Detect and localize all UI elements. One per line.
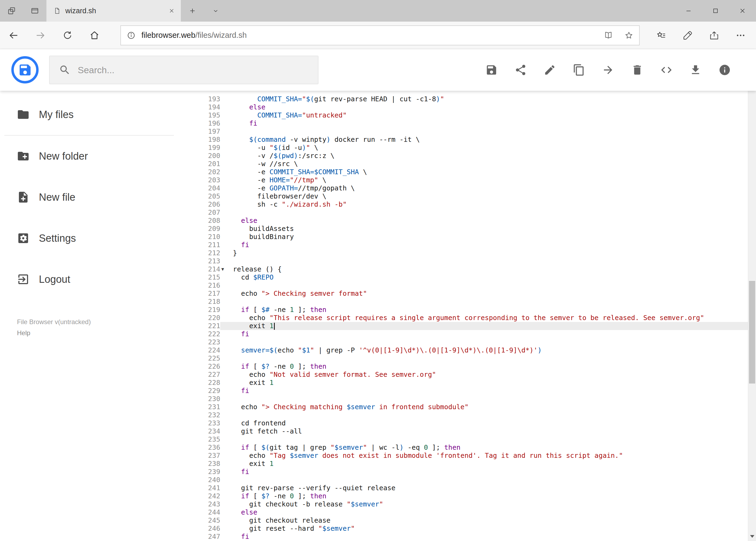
code-line[interactable]: 242 if [ $? -ne 0 ]; then	[200, 492, 748, 500]
code-line[interactable]: 245 git checkout release	[200, 516, 748, 525]
code-view-button[interactable]	[652, 49, 681, 91]
code-line[interactable]: 205 filebrowser/dev \	[200, 192, 748, 201]
more-button[interactable]	[727, 22, 754, 49]
sidebar-item-new-file[interactable]: New file	[0, 177, 200, 218]
page-scrollbar[interactable]	[748, 49, 756, 541]
forward-button[interactable]	[27, 22, 54, 49]
file-info-button[interactable]	[710, 49, 739, 91]
code-line[interactable]: 200 -v /$(pwd):/src:z \	[200, 152, 748, 160]
download-button[interactable]	[681, 49, 710, 91]
code-line[interactable]: 213	[200, 257, 748, 265]
code-line[interactable]: 223	[200, 338, 748, 346]
code-line[interactable]: 236 if [ $(git tag | grep "$semver" | wc…	[200, 443, 748, 452]
home-button[interactable]	[81, 22, 108, 49]
code-line[interactable]: 221 exit 1	[200, 322, 748, 330]
code-line[interactable]: 235	[200, 435, 748, 443]
close-window-button[interactable]	[729, 0, 756, 22]
code-line[interactable]: 241 git rev-parse --verify --quiet relea…	[200, 484, 748, 492]
minimize-button[interactable]	[675, 0, 702, 22]
reading-view-button[interactable]	[598, 26, 619, 45]
code-line[interactable]: 201 -w //src \	[200, 160, 748, 168]
code-line[interactable]: 206 sh -c "./wizard.sh -b"	[200, 201, 748, 209]
scrollbar-thumb[interactable]	[749, 281, 755, 383]
sidebar-item-my-files[interactable]: My files	[0, 94, 200, 135]
sidebar-item-logout[interactable]: Logout	[0, 259, 200, 300]
code-line[interactable]: 217 echo "> Checking semver format"	[200, 289, 748, 297]
code-line[interactable]: 225	[200, 354, 748, 362]
code-line[interactable]: 207	[200, 209, 748, 217]
code-line[interactable]: 230	[200, 395, 748, 403]
tab-list-button[interactable]	[204, 0, 227, 22]
back-button[interactable]	[0, 22, 27, 49]
code-line[interactable]: 238 exit 1	[200, 460, 748, 468]
code-line[interactable]: 218	[200, 297, 748, 306]
code-line[interactable]: 211 fi	[200, 241, 748, 249]
code-line[interactable]: 193 COMMIT_SHA="$(git rev-parse HEAD | c…	[200, 95, 748, 103]
code-line[interactable]: 247 fi	[200, 533, 748, 541]
code-line[interactable]: 212}	[200, 249, 748, 257]
set-tabs-aside-button[interactable]	[0, 0, 23, 22]
code-line[interactable]: 224 semver=$(echo "$1" | grep -P '^v(0|[…	[200, 346, 748, 354]
code-line[interactable]: 219 if [ $# -ne 1 ]; then	[200, 306, 748, 314]
delete-button[interactable]	[623, 49, 652, 91]
code-line[interactable]: 243 git checkout -b release "$semver"	[200, 500, 748, 508]
code-line[interactable]: 233 cd frontend	[200, 419, 748, 427]
code-line[interactable]: 237 echo "Tag $semver does not exist in …	[200, 452, 748, 460]
code-line[interactable]: 203 -e HOME="//tmp" \	[200, 176, 748, 184]
code-line[interactable]: 202 -e COMMIT_SHA=$COMMIT_SHA \	[200, 168, 748, 176]
code-line[interactable]: 227 echo "Not valid semver format. See s…	[200, 370, 748, 379]
copy-button[interactable]	[564, 49, 594, 91]
code-line[interactable]: 220 echo "This release script requires a…	[200, 314, 748, 322]
help-link[interactable]: Help	[17, 329, 91, 337]
code-line[interactable]: 231 echo "> Checking matching $semver in…	[200, 403, 748, 411]
sidebar-item-settings[interactable]: Settings	[0, 218, 200, 259]
code-line[interactable]: 234 git fetch --all	[200, 427, 748, 435]
refresh-button[interactable]	[54, 22, 81, 49]
code-line[interactable]: 244 else	[200, 508, 748, 516]
code-line[interactable]: 239 fi	[200, 468, 748, 476]
code-editor[interactable]: 193 COMMIT_SHA="$(git rev-parse HEAD | c…	[200, 91, 748, 541]
site-info-button[interactable]	[121, 31, 141, 40]
search-box[interactable]	[49, 56, 319, 84]
code-line[interactable]: 197	[200, 128, 748, 136]
move-button[interactable]	[594, 49, 623, 91]
maximize-button[interactable]	[702, 0, 729, 22]
code-line[interactable]: 209 buildAssets	[200, 225, 748, 233]
sidebar-item-new-folder[interactable]: New folder	[0, 136, 200, 177]
add-favorite-button[interactable]	[619, 26, 639, 45]
edit-button[interactable]	[535, 49, 564, 91]
code-line[interactable]: 208 else	[200, 217, 748, 225]
code-line[interactable]: 228 exit 1	[200, 379, 748, 387]
code-line[interactable]: 216	[200, 281, 748, 289]
search-input[interactable]	[78, 65, 294, 75]
code-line[interactable]: 246 git reset --hard "$semver"	[200, 525, 748, 533]
code-line[interactable]: 214▾release () {	[200, 265, 748, 273]
code-line[interactable]: 196 fi	[200, 119, 748, 128]
code-line[interactable]: 210 buildBinary	[200, 233, 748, 241]
code-line[interactable]: 199 -u "$(id -u)" \	[200, 144, 748, 152]
code-line[interactable]: 240	[200, 476, 748, 484]
code-line[interactable]: 222 fi	[200, 330, 748, 338]
code-line[interactable]: 194 else	[200, 103, 748, 111]
code-line[interactable]: 215 cd $REPO	[200, 273, 748, 281]
code-line[interactable]: 198 $(command -v winpty) docker run --rm…	[200, 136, 748, 144]
address-bar[interactable]: filebrowser.web/files/wizard.sh	[121, 25, 640, 45]
browser-tab[interactable]: wizard.sh	[46, 0, 181, 22]
fold-marker-icon[interactable]: ▾	[221, 265, 224, 273]
code-line[interactable]: 229 fi	[200, 387, 748, 395]
tab-close-button[interactable]	[166, 5, 177, 16]
share-button[interactable]	[701, 22, 727, 49]
code-line[interactable]: 204 -e GOPATH=//tmp/gopath \	[200, 184, 748, 192]
tab-preview-button[interactable]	[23, 0, 46, 22]
hub-button[interactable]	[648, 22, 674, 49]
web-note-button[interactable]	[674, 22, 701, 49]
code-line[interactable]: 232	[200, 411, 748, 419]
new-tab-button[interactable]	[181, 0, 204, 22]
save-button[interactable]	[477, 49, 506, 91]
scroll-down-button[interactable]	[748, 532, 756, 541]
code-line[interactable]: 195 COMMIT_SHA="untracked"	[200, 111, 748, 119]
url-text[interactable]: filebrowser.web/files/wizard.sh	[141, 31, 247, 40]
filebrowser-logo[interactable]	[11, 56, 39, 84]
code-line[interactable]: 226 if [ $? -ne 0 ]; then	[200, 362, 748, 370]
share-file-button[interactable]	[506, 49, 535, 91]
